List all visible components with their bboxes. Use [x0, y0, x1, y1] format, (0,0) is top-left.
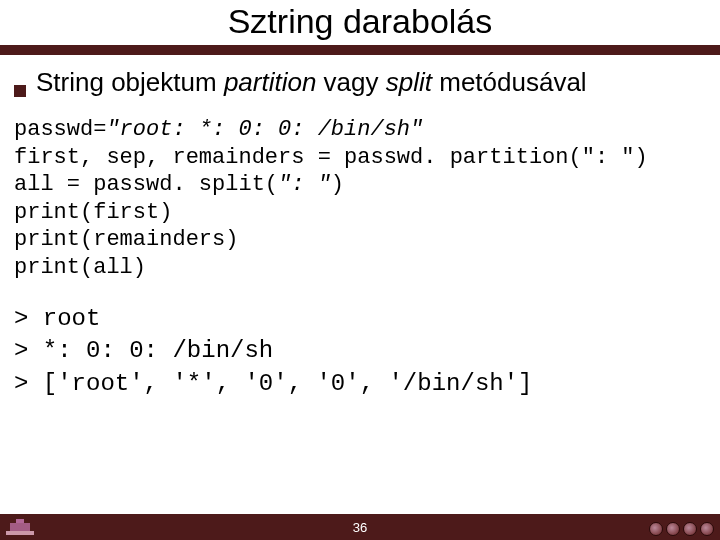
out-l2: > *: 0: 0: /bin/sh	[14, 337, 273, 364]
svg-rect-2	[16, 519, 24, 523]
code-l1b: "root: *: 0: 0: /bin/sh"	[106, 117, 423, 142]
code-l4: print(first)	[14, 200, 172, 225]
bullet-em-split: split	[386, 67, 432, 97]
footer-right-logos	[649, 522, 714, 536]
code-block: passwd="root: *: 0: 0: /bin/sh" first, s…	[14, 116, 706, 281]
code-l3b: ": "	[278, 172, 331, 197]
code-l6: print(all)	[14, 255, 146, 280]
square-bullet-icon	[14, 85, 26, 97]
bullet-post: metódusával	[432, 67, 587, 97]
bullet-mid: vagy	[316, 67, 385, 97]
footer-logo-icon	[683, 522, 697, 536]
slide-title: Sztring darabolás	[0, 0, 720, 45]
bullet-pre: String objektum	[36, 67, 224, 97]
slide: Sztring darabolás String objektum partit…	[0, 0, 720, 540]
code-l3a: all = passwd. split(	[14, 172, 278, 197]
output-block: > root > *: 0: 0: /bin/sh > ['root', '*'…	[14, 303, 706, 400]
footer-logo-icon	[666, 522, 680, 536]
code-l1a: passwd=	[14, 117, 106, 142]
bullet-text: String objektum partition vagy split met…	[36, 67, 587, 98]
university-crest-icon	[6, 519, 34, 537]
out-l3: > ['root', '*', '0', '0', '/bin/sh']	[14, 370, 532, 397]
code-l2: first, sep, remainders = passwd. partiti…	[14, 145, 648, 170]
page-number: 36	[353, 520, 367, 535]
svg-rect-1	[10, 523, 30, 531]
title-underline-band	[0, 45, 720, 55]
slide-footer: 36	[0, 514, 720, 540]
out-l1: > root	[14, 305, 100, 332]
code-l3c: )	[331, 172, 344, 197]
svg-rect-0	[6, 531, 34, 535]
bullet-em-partition: partition	[224, 67, 317, 97]
footer-left-logo	[6, 519, 34, 537]
slide-content: String objektum partition vagy split met…	[0, 55, 720, 540]
bullet-line: String objektum partition vagy split met…	[14, 67, 706, 98]
footer-logo-icon	[649, 522, 663, 536]
footer-logo-icon	[700, 522, 714, 536]
slide-header: Sztring darabolás	[0, 0, 720, 55]
code-l5: print(remainders)	[14, 227, 238, 252]
